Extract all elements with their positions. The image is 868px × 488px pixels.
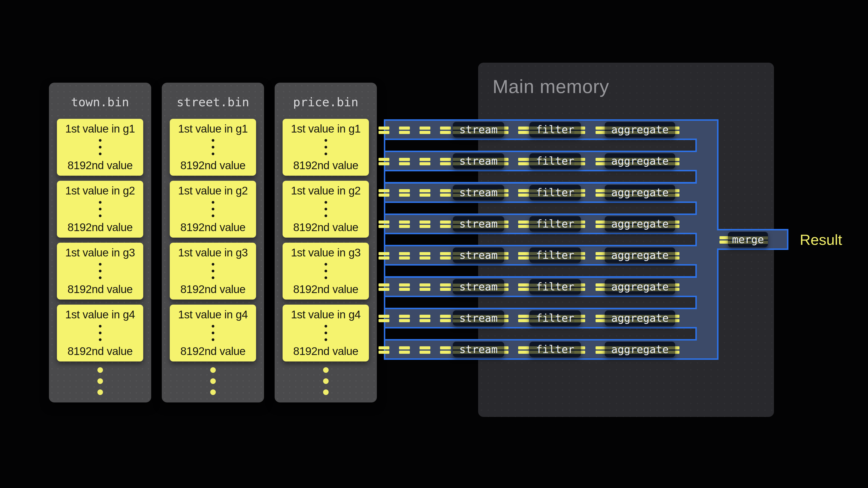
dot-icon <box>324 208 327 210</box>
stage-operator-stream: stream <box>453 153 504 169</box>
dot-icon <box>324 276 327 279</box>
value-block: 1st value in g28192nd value <box>283 181 369 238</box>
equals-icon <box>399 283 410 291</box>
dot-icon <box>212 270 214 272</box>
vertical-ellipsis-icon <box>324 201 327 217</box>
file-card-title: street.bin <box>162 95 264 109</box>
more-blocks-ellipsis-icon <box>275 367 377 395</box>
equals-icon <box>518 158 529 165</box>
equals-icon <box>399 252 410 260</box>
stage-operator-aggregate: aggregate <box>605 248 675 263</box>
pipe-outline <box>384 233 697 246</box>
equals-icon <box>420 283 430 291</box>
equals-icon <box>420 158 430 165</box>
value-block: 1st value in g48192nd value <box>283 304 369 361</box>
pipe-outline <box>384 296 697 309</box>
value-block: 1st value in g38192nd value <box>170 243 256 299</box>
block-last-value-label: 8192nd value <box>67 283 133 296</box>
equals-icon <box>440 283 451 291</box>
stage-operator-filter: filter <box>529 216 581 232</box>
block-last-value-label: 8192nd value <box>180 345 245 358</box>
stage-operator-aggregate: aggregate <box>605 279 675 294</box>
dot-icon <box>210 367 216 373</box>
dot-icon <box>212 325 214 327</box>
pipeline-row: streamfilteraggregate <box>384 245 718 266</box>
value-block: 1st value in g18192nd value <box>57 119 143 176</box>
dot-icon <box>212 153 214 155</box>
stage-operator-filter: filter <box>529 342 581 357</box>
block-last-value-label: 8192nd value <box>293 221 358 234</box>
dot-icon <box>99 325 101 327</box>
block-first-value-label: 1st value in g4 <box>178 308 248 321</box>
stage-operator-stream: stream <box>453 342 504 357</box>
equals-icon <box>420 346 430 354</box>
pipeline-row: streamfilteraggregate <box>384 182 718 203</box>
dot-icon <box>97 367 103 373</box>
block-last-value-label: 8192nd value <box>293 345 358 358</box>
vertical-ellipsis-icon <box>212 139 214 155</box>
vertical-ellipsis-icon <box>324 139 327 155</box>
equals-icon <box>420 127 430 134</box>
equals-icon <box>518 221 529 228</box>
vertical-ellipsis-icon <box>212 263 214 279</box>
stage-operator-filter: filter <box>529 248 581 263</box>
equals-icon <box>440 252 451 260</box>
block-last-value-label: 8192nd value <box>293 283 358 296</box>
block-first-value-label: 1st value in g4 <box>65 308 135 321</box>
stage-operator-stream: stream <box>453 311 504 326</box>
dot-icon <box>212 208 214 210</box>
dot-icon <box>324 263 327 266</box>
value-block: 1st value in g38192nd value <box>283 243 369 299</box>
pipeline-row: streamfilteraggregate <box>384 339 718 360</box>
equals-icon <box>518 283 529 291</box>
vertical-ellipsis-icon <box>324 325 327 341</box>
dot-icon <box>99 270 101 272</box>
equals-icon <box>420 221 430 228</box>
file-card-town-bin: town.bin1st value in g18192nd value1st v… <box>49 83 151 402</box>
block-first-value-label: 1st value in g3 <box>65 246 135 259</box>
equals-icon <box>420 189 430 197</box>
dot-icon <box>324 201 327 204</box>
dot-icon <box>324 338 327 341</box>
stage-operator-aggregate: aggregate <box>605 122 675 137</box>
block-last-value-label: 8192nd value <box>180 283 245 296</box>
file-card-title: price.bin <box>275 95 377 109</box>
dot-icon <box>99 201 101 204</box>
equals-icon <box>378 127 390 134</box>
vertical-ellipsis-icon <box>324 263 327 279</box>
stage-operator-stream: stream <box>453 122 504 137</box>
stage-operator-aggregate: aggregate <box>605 153 675 169</box>
stage-operator-stream: stream <box>453 185 504 200</box>
vertical-ellipsis-icon <box>212 325 214 341</box>
stage-operator-filter: filter <box>529 311 581 326</box>
equals-icon <box>378 189 390 197</box>
dot-icon <box>97 378 103 384</box>
block-last-value-label: 8192nd value <box>293 159 358 172</box>
stage-operator-filter: filter <box>529 153 581 169</box>
equals-icon <box>440 127 451 134</box>
dot-icon <box>99 146 101 149</box>
diagram-canvas: Main memory town.bin1st value in g18192n… <box>0 0 868 488</box>
equals-icon <box>440 315 451 322</box>
block-last-value-label: 8192nd value <box>180 159 245 172</box>
dot-icon <box>99 153 101 155</box>
stage-operator-aggregate: aggregate <box>605 216 675 232</box>
block-last-value-label: 8192nd value <box>67 221 133 234</box>
dot-icon <box>324 332 327 334</box>
dot-icon <box>212 139 214 142</box>
equals-icon <box>399 221 410 228</box>
block-first-value-label: 1st value in g2 <box>291 184 361 197</box>
dot-icon <box>210 378 216 384</box>
equals-icon <box>440 346 451 354</box>
dot-icon <box>99 215 101 217</box>
equals-icon <box>518 346 529 354</box>
stage-operator-filter: filter <box>529 185 581 200</box>
equals-icon <box>378 221 390 228</box>
dot-icon <box>212 332 214 334</box>
block-first-value-label: 1st value in g3 <box>178 246 248 259</box>
dot-icon <box>99 208 101 210</box>
value-block: 1st value in g18192nd value <box>283 119 369 176</box>
equals-icon <box>440 189 451 197</box>
pipeline-row: streamfilteraggregate <box>384 119 718 140</box>
block-last-value-label: 8192nd value <box>180 221 245 234</box>
